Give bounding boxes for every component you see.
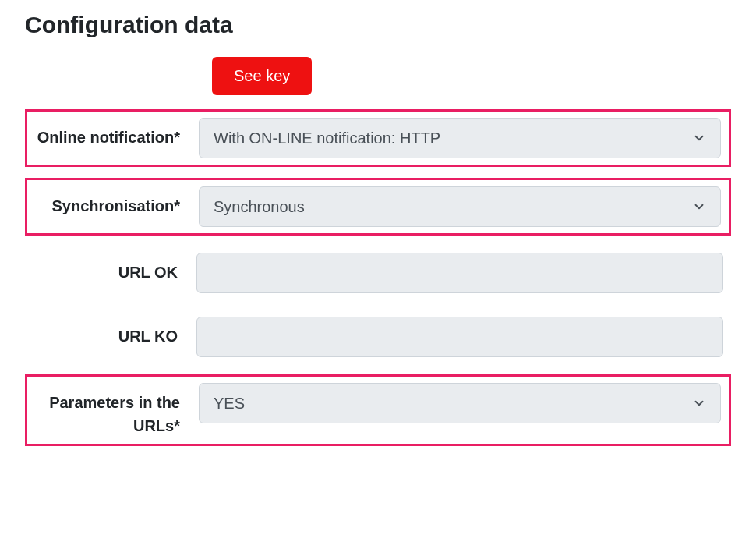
select-value: YES bbox=[214, 395, 245, 413]
control-wrapper-url-ko bbox=[196, 317, 723, 357]
form-row-parameters-in-urls: Parameters in the URLs* YES bbox=[25, 374, 731, 446]
configuration-panel: Configuration data See key Online notifi… bbox=[0, 0, 756, 446]
form-row-url-ko: URL KO bbox=[25, 310, 731, 363]
action-row: See key bbox=[25, 57, 731, 95]
control-wrapper-synchronisation: Synchronous bbox=[199, 186, 721, 227]
form-row-synchronisation: Synchronisation* Synchronous bbox=[25, 178, 731, 236]
select-online-notification[interactable]: With ON-LINE notification: HTTP bbox=[199, 118, 721, 158]
label-online-notification: Online notification* bbox=[35, 118, 199, 149]
chevron-down-icon bbox=[692, 131, 706, 145]
chevron-down-icon bbox=[692, 396, 706, 410]
page-title: Configuration data bbox=[25, 12, 731, 38]
label-parameters-in-urls: Parameters in the URLs* bbox=[35, 383, 199, 438]
control-wrapper-parameters-in-urls: YES bbox=[199, 383, 721, 423]
input-url-ko[interactable] bbox=[196, 317, 723, 357]
select-parameters-in-urls[interactable]: YES bbox=[199, 383, 721, 423]
select-value: With ON-LINE notification: HTTP bbox=[214, 129, 440, 147]
form-row-online-notification: Online notification* With ON-LINE notifi… bbox=[25, 109, 731, 167]
select-value: Synchronous bbox=[214, 198, 305, 216]
form-row-url-ok: URL OK bbox=[25, 246, 731, 299]
label-synchronisation: Synchronisation* bbox=[35, 186, 199, 218]
select-synchronisation[interactable]: Synchronous bbox=[199, 186, 721, 227]
see-key-button[interactable]: See key bbox=[212, 57, 312, 95]
label-url-ok: URL OK bbox=[33, 253, 196, 284]
control-wrapper-url-ok bbox=[196, 253, 723, 293]
control-wrapper-online-notification: With ON-LINE notification: HTTP bbox=[199, 118, 721, 158]
chevron-down-icon bbox=[692, 200, 706, 214]
label-url-ko: URL KO bbox=[33, 317, 196, 348]
input-url-ok[interactable] bbox=[196, 253, 723, 293]
